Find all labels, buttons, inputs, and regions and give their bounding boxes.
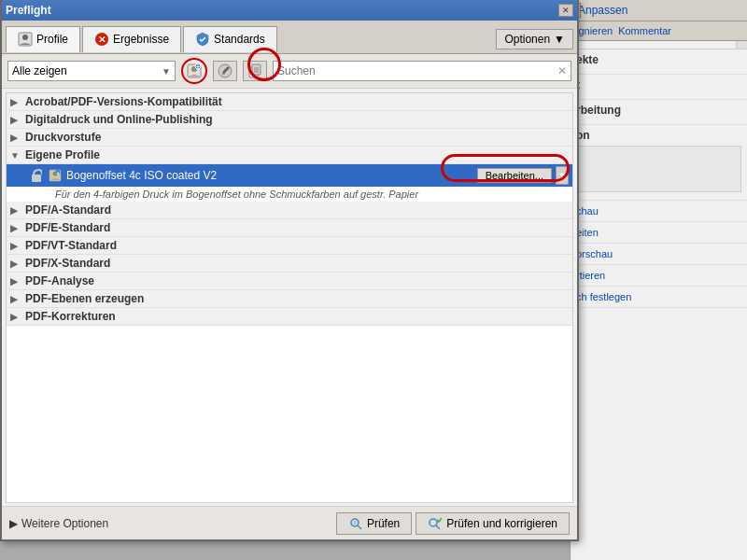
tree-group-pdfkorrekturen[interactable]: ▶ PDF-Korrekturen xyxy=(7,308,572,326)
section-on-input xyxy=(576,146,741,192)
acrobat-label: Acrobat/PDF-Versions-Kompatibilität xyxy=(25,95,569,108)
standards-tab-icon xyxy=(195,32,210,47)
svg-text:✕: ✕ xyxy=(98,35,106,45)
pdfanalyse-chevron-icon: ▶ xyxy=(10,276,21,287)
bogenoffset-profile-icon: + xyxy=(48,168,63,183)
tree-group-pdfa[interactable]: ▶ PDF/A-Standard xyxy=(7,202,572,219)
section-ekte-title: ekte xyxy=(576,53,741,66)
pdfx-chevron-icon: ▶ xyxy=(10,259,21,269)
right-section-ekte: ekte xyxy=(571,49,747,75)
optionen-label: Optionen xyxy=(504,33,550,46)
pdfx-label: PDF/X-Standard xyxy=(25,257,569,270)
pdfvt-chevron-icon: ▶ xyxy=(10,241,21,251)
new-profile-button[interactable]: + xyxy=(181,58,207,84)
digitaldruck-label: Digitaldruck und Online-Publishing xyxy=(25,113,569,126)
tree-group-pdfx[interactable]: ▶ PDF/X-Standard xyxy=(7,255,572,273)
signieren-tab[interactable]: ignieren xyxy=(576,25,613,36)
copy-profile-icon xyxy=(247,63,262,78)
weitere-optionen-button[interactable]: ▶ Weitere Optionen xyxy=(9,517,108,530)
druckvorstufe-label: Druckvorstufe xyxy=(25,131,569,144)
toolbar: Alle zeigen ▼ + xyxy=(2,54,577,89)
eiten-link[interactable]: eiten xyxy=(576,226,741,239)
titlebar-buttons: ✕ xyxy=(558,4,573,17)
druckvorstufe-chevron-icon: ▶ xyxy=(10,133,21,143)
tab-standards[interactable]: Standards xyxy=(183,26,277,52)
edit-profile-button[interactable] xyxy=(213,61,237,81)
prufen-icon xyxy=(348,516,363,531)
svg-text:+: + xyxy=(57,170,60,175)
tab-profile[interactable]: Profile xyxy=(6,26,80,52)
close-button[interactable]: ✕ xyxy=(558,4,573,17)
festlegen-link[interactable]: ch festlegen xyxy=(576,290,741,303)
right-section-orschau: orschau xyxy=(571,244,747,265)
tree-group-digitaldruck[interactable]: ▶ Digitaldruck und Online-Publishing xyxy=(7,111,572,129)
search-clear-icon[interactable]: ✕ xyxy=(557,64,567,77)
prufen-korrigieren-button[interactable]: Prüfen und korrigieren xyxy=(416,512,570,535)
tree-group-druckvorstufe[interactable]: ▶ Druckvorstufe xyxy=(7,129,572,147)
svg-text:+: + xyxy=(196,63,200,70)
bearbeiten-group: Bearbeiten... ▼ xyxy=(477,166,569,185)
anpassen-tab[interactable]: Anpassen xyxy=(578,4,627,17)
search-input[interactable] xyxy=(277,64,557,77)
bearbeiten-dropdown-button[interactable]: ▼ xyxy=(556,166,569,185)
profile-tab-icon xyxy=(18,32,33,47)
filter-dropdown-arrow-icon: ▼ xyxy=(162,66,171,77)
rtieren-link[interactable]: rtieren xyxy=(576,269,741,282)
tabbar: Profile ✕ Ergebnisse Standards Optionen … xyxy=(2,21,577,54)
filter-dropdown[interactable]: Alle zeigen ▼ xyxy=(7,61,176,81)
pdfa-label: PDF/A-Standard xyxy=(25,203,569,217)
prufen-button[interactable]: Prüfen xyxy=(336,512,412,535)
search-box[interactable]: ✕ xyxy=(273,61,571,81)
tab-standards-label: Standards xyxy=(214,33,265,46)
edit-profile-icon xyxy=(218,63,233,78)
right-section-chau: chau xyxy=(571,201,747,222)
tab-ergebnisse[interactable]: ✕ Ergebnisse xyxy=(82,26,181,52)
chau-link[interactable]: chau xyxy=(576,204,741,217)
new-profile-icon: + xyxy=(186,63,203,79)
right-section-t: t xyxy=(571,75,747,100)
svg-point-22 xyxy=(353,521,357,525)
pdfebenen-chevron-icon: ▶ xyxy=(10,294,21,304)
titlebar: Preflight ✕ xyxy=(2,0,577,21)
right-section-festlegen: ch festlegen xyxy=(571,287,747,308)
tree-group-pdfe[interactable]: ▶ PDF/E-Standard xyxy=(7,219,572,237)
optionen-arrow-icon: ▼ xyxy=(554,33,565,46)
copy-profile-button[interactable] xyxy=(243,61,267,81)
tree-group-pdfvt[interactable]: ▶ PDF/VT-Standard xyxy=(7,237,572,255)
bearbeiten-button[interactable]: Bearbeiten... xyxy=(477,168,552,183)
bottom-right-buttons: Prüfen Prüfen und korrigieren xyxy=(336,512,570,535)
prufen-label: Prüfen xyxy=(367,517,400,530)
kommentar-tab[interactable]: Kommentar xyxy=(618,25,671,36)
bogenoffset-description: Für den 4-farbigen Druck im Bogenoffset … xyxy=(7,187,572,202)
svg-point-23 xyxy=(430,519,437,526)
pdfvt-label: PDF/VT-Standard xyxy=(25,239,569,252)
pdfanalyse-label: PDF-Analyse xyxy=(25,274,569,287)
profile-tree[interactable]: ▶ Acrobat/PDF-Versions-Kompatibilität ▶ … xyxy=(6,92,573,503)
tree-group-acrobat[interactable]: ▶ Acrobat/PDF-Versions-Kompatibilität xyxy=(7,93,572,111)
section-on-title: on xyxy=(576,129,741,142)
ergebnisse-tab-icon: ✕ xyxy=(94,32,109,47)
dialog-title: Preflight xyxy=(6,4,51,17)
tree-item-bogenoffset[interactable]: + Bogenoffset 4c ISO coated V2 Bearbeite… xyxy=(7,164,572,187)
eigene-label: Eigene Profile xyxy=(25,148,569,161)
right-section-eiten: eiten xyxy=(571,222,747,244)
orschau-link[interactable]: orschau xyxy=(576,247,741,260)
optionen-button[interactable]: Optionen ▼ xyxy=(496,29,573,49)
pdfe-label: PDF/E-Standard xyxy=(25,221,569,234)
tree-group-pdfanalyse[interactable]: ▶ PDF-Analyse xyxy=(7,273,572,290)
prufen-korrigieren-icon xyxy=(428,516,443,531)
bogenoffset-label: Bogenoffset 4c ISO coated V2 xyxy=(66,169,477,182)
svg-line-21 xyxy=(358,525,361,529)
tree-group-eigene[interactable]: ▼ Eigene Profile xyxy=(7,147,572,164)
tab-ergebnisse-label: Ergebnisse xyxy=(113,33,169,46)
section-t-title: t xyxy=(576,78,741,91)
weitere-optionen-arrow-icon: ▶ xyxy=(9,517,18,530)
tree-group-pdfebenen[interactable]: ▶ PDF-Ebenen erzeugen xyxy=(7,290,572,308)
bottom-bar: ▶ Weitere Optionen Prüfen xyxy=(2,506,577,539)
right-panel: Anpassen ignieren Kommentar ekte t rbeit… xyxy=(570,0,747,560)
right-panel-header: Anpassen xyxy=(571,0,747,21)
pdfkorrekturen-label: PDF-Korrekturen xyxy=(25,310,569,323)
svg-point-1 xyxy=(22,35,28,40)
right-section-rtieren: rtieren xyxy=(571,265,747,287)
bogenoffset-lock-icon xyxy=(29,168,44,183)
